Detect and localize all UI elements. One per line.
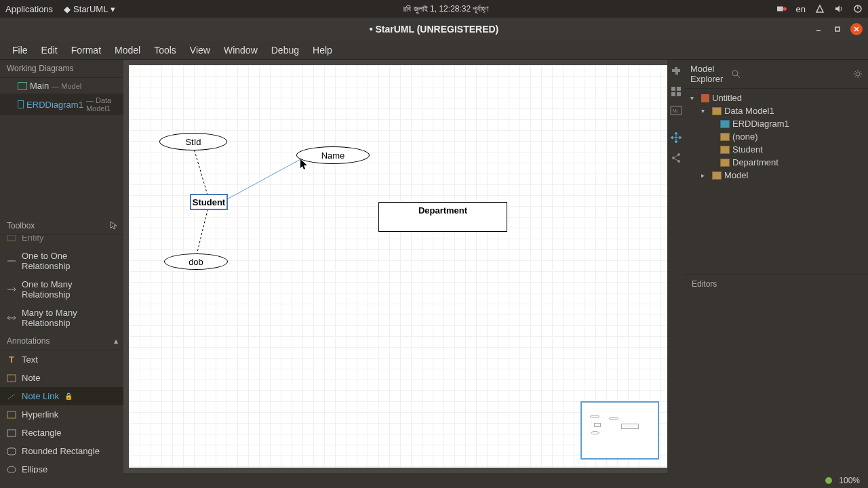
menu-model[interactable]: Model — [108, 45, 147, 56]
tree-label: Department — [732, 157, 778, 167]
tool-label: Many to Many Relationship — [22, 308, 117, 328]
menu-file[interactable]: File — [5, 45, 35, 56]
tree-toggle-icon[interactable]: ▾ — [701, 107, 709, 115]
text-icon: T — [7, 355, 16, 365]
tool-label: One to Many Relationship — [22, 279, 117, 300]
menu-window[interactable]: Window — [217, 45, 264, 56]
tree-data-model[interactable]: ▾ Data Model1 — [685, 104, 868, 117]
diagram-canvas[interactable]: StId Name Student dob Department — [129, 65, 667, 468]
tree-toggle-icon[interactable]: ▸ — [701, 171, 709, 179]
folder-icon — [712, 171, 722, 180]
svg-rect-29 — [677, 87, 681, 91]
annotations-header[interactable]: Annotations ▴ — [0, 332, 123, 350]
app-indicator[interactable]: ◆ StarUML ▾ — [64, 4, 115, 14]
move-icon[interactable] — [670, 131, 682, 144]
right-rail: M↓ — [667, 60, 685, 473]
diagram-icon — [720, 120, 730, 128]
svg-rect-5 — [835, 27, 840, 31]
extension-icon[interactable] — [670, 65, 682, 77]
lock-icon: 🔒 — [64, 392, 73, 400]
entity-icon — [720, 159, 730, 167]
gear-icon[interactable] — [853, 69, 863, 79]
svg-text:M↓: M↓ — [673, 108, 679, 113]
right-panel: Model Explorer ▾ Untitled ▾ Data Model1 — [685, 60, 868, 473]
grid-icon[interactable] — [670, 85, 682, 98]
tool-label: Entity — [22, 235, 44, 243]
tool-rounded-rectangle[interactable]: Rounded Rectangle — [0, 442, 123, 460]
zoom-level[interactable]: 100% — [839, 476, 860, 485]
tool-text[interactable]: T Text — [0, 350, 123, 369]
tree-department[interactable]: Department — [685, 156, 868, 169]
explorer-search-input[interactable] — [746, 69, 848, 79]
tree-project[interactable]: ▾ Untitled — [685, 92, 868, 104]
tree-toggle-icon[interactable]: ▾ — [690, 94, 698, 102]
menu-format[interactable]: Format — [64, 45, 108, 56]
tool-hyperlink[interactable]: Hyperlink — [0, 405, 123, 424]
network-icon[interactable] — [815, 4, 825, 14]
cursor-icon — [300, 159, 308, 169]
svg-rect-31 — [677, 92, 681, 96]
tree-model[interactable]: ▸ Model — [685, 169, 868, 182]
tool-many-to-many[interactable]: Many to Many Relationship — [0, 304, 123, 332]
svg-rect-18 — [7, 375, 16, 382]
tool-entity[interactable]: Entity — [0, 235, 123, 247]
model-tree: ▾ Untitled ▾ Data Model1 ERDDiagram1 (no… — [685, 89, 868, 184]
svg-point-23 — [7, 466, 16, 473]
screen-record-icon[interactable] — [777, 4, 787, 14]
shape-label: Department — [418, 205, 467, 216]
pointer-tool-icon[interactable] — [110, 221, 118, 230]
applications-menu[interactable]: Applications — [5, 4, 53, 14]
erd-diagram-icon — [18, 100, 24, 108]
menu-help[interactable]: Help — [306, 45, 339, 56]
svg-line-26 — [224, 159, 302, 201]
svg-rect-21 — [7, 430, 16, 436]
toolbox-header: Toolbox — [0, 217, 123, 235]
chevron-down-icon: ▾ — [111, 4, 115, 14]
shape-label: Name — [321, 150, 345, 161]
working-diagram-main[interactable]: Main — Model — [0, 78, 123, 94]
tree-label: Model — [724, 170, 748, 180]
minimize-button[interactable] — [812, 23, 825, 35]
shape-label: StId — [185, 137, 201, 147]
tree-erd-diagram[interactable]: ERDDiagram1 — [685, 117, 868, 130]
window-title: • StarUML (UNREGISTERED) — [370, 24, 499, 35]
menu-tools[interactable]: Tools — [147, 45, 183, 56]
app-icon: ◆ — [64, 4, 71, 14]
editors-header: Editors — [685, 274, 868, 293]
svg-line-40 — [737, 75, 740, 78]
status-ok-icon — [825, 477, 832, 484]
tool-rectangle[interactable]: Rectangle — [0, 424, 123, 442]
working-diagram-erd[interactable]: ERDDiagram1 — Data Model1 — [0, 94, 123, 115]
close-button[interactable] — [850, 23, 863, 35]
tool-note-link[interactable]: Note Link 🔒 — [0, 387, 123, 405]
tool-one-to-many[interactable]: One to Many Relationship — [0, 275, 123, 304]
entity-icon — [7, 235, 16, 243]
canvas-area: StId Name Student dob Department — [123, 60, 685, 473]
erd-entity-student[interactable]: Student — [190, 194, 228, 210]
tree-none[interactable]: (none) — [685, 130, 868, 143]
svg-line-25 — [197, 207, 208, 255]
search-icon[interactable] — [732, 70, 741, 79]
share-icon[interactable] — [670, 152, 682, 164]
markdown-icon[interactable]: M↓ — [670, 106, 682, 118]
menu-edit[interactable]: Edit — [35, 45, 64, 56]
menu-debug[interactable]: Debug — [264, 45, 306, 56]
tool-note[interactable]: Note — [0, 369, 123, 387]
erd-entity-department[interactable]: Department — [378, 202, 507, 232]
erd-attribute-stid[interactable]: StId — [159, 133, 227, 150]
shape-label: Student — [193, 197, 225, 207]
ellipse-icon — [7, 465, 16, 474]
tool-one-to-one[interactable]: One to One Relationship — [0, 247, 123, 275]
diagram-icon — [18, 82, 27, 90]
language-indicator[interactable]: en — [796, 4, 806, 14]
maximize-button[interactable] — [831, 23, 844, 35]
menu-view[interactable]: View — [183, 45, 217, 56]
power-icon[interactable] — [853, 4, 863, 14]
tool-ellipse[interactable]: Ellipse — [0, 460, 123, 473]
minimap[interactable] — [580, 401, 659, 460]
volume-icon[interactable] — [834, 4, 844, 14]
tool-label: One to One Relationship — [22, 251, 117, 271]
svg-line-38 — [674, 159, 678, 161]
tree-student[interactable]: Student — [685, 143, 868, 156]
erd-attribute-dob[interactable]: dob — [164, 253, 228, 270]
